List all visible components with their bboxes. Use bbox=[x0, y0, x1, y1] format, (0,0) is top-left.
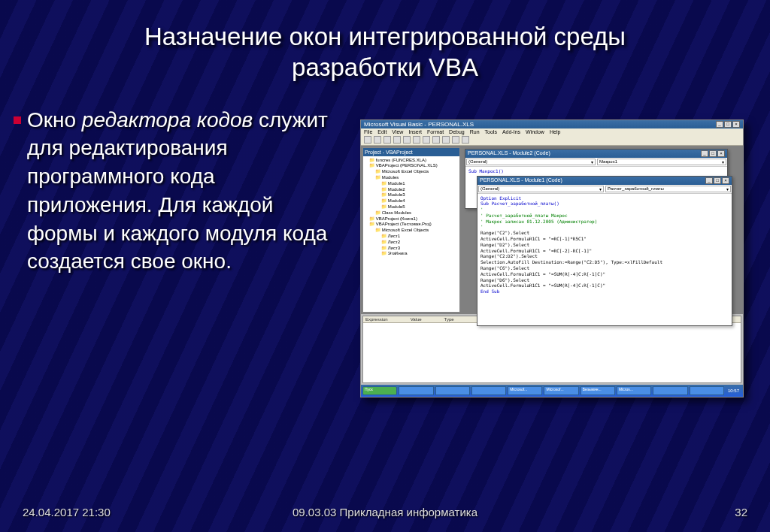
bullet-icon bbox=[14, 116, 21, 124]
windows-taskbar: ПускMicrosof...Microsof...Безымян...Micr… bbox=[361, 385, 743, 397]
body-text: Окно редактора кодов служит для редактир… bbox=[14, 106, 337, 397]
vba-screenshot: Microsoft Visual Basic - PERSONAL.XLS _□… bbox=[360, 119, 744, 397]
slide-footer: 24.04.2017 21:30 09.03.03 Прикладная инф… bbox=[0, 506, 770, 518]
slide-title: Назначение окон интегрированной среды ра… bbox=[0, 0, 770, 83]
vba-titlebar: Microsoft Visual Basic - PERSONAL.XLS _□… bbox=[361, 120, 743, 128]
project-explorer: Project - VBAProject 📁 funcres (FUNCRES.… bbox=[362, 147, 460, 313]
vba-menubar: FileEditViewInsertFormatDebugRunToolsAdd… bbox=[361, 128, 743, 135]
footer-center: 09.03.03 Прикладная информатика bbox=[0, 506, 770, 518]
code-window-front: PERSONAL.XLS - Module1 (Code)_□× (Genera… bbox=[477, 176, 732, 326]
vba-toolbar bbox=[361, 135, 743, 146]
